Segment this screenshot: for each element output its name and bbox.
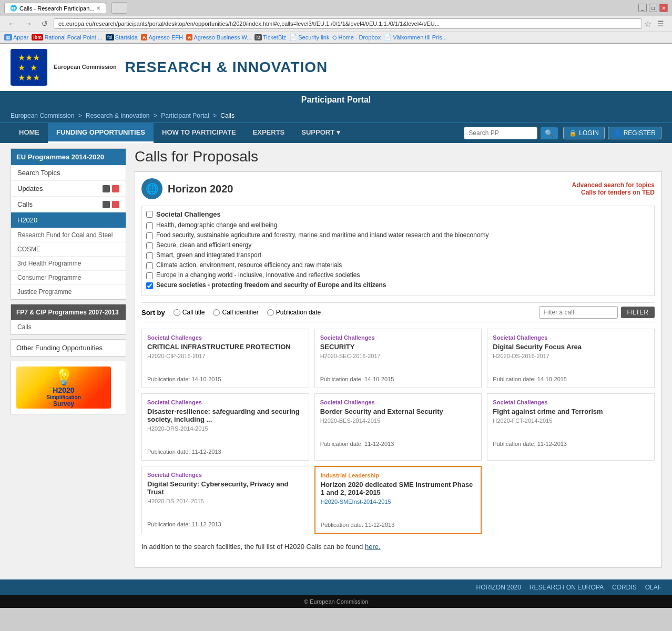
footer-link-horizon[interactable]: HORIZON 2020 — [476, 584, 521, 591]
call-card-2[interactable]: Societal Challenges Digital Security Foc… — [487, 329, 655, 388]
sidebar-item-h2020[interactable]: H2020 — [11, 212, 126, 228]
back-btn[interactable]: ← — [4, 18, 19, 29]
site-subtitle: Participant Portal — [0, 91, 672, 109]
bookmark-star[interactable]: ☆ — [644, 19, 651, 29]
footer-link-olaf[interactable]: OLAF — [645, 584, 661, 591]
footer-link-research[interactable]: RESEARCH ON EUROPA — [530, 584, 604, 591]
call-card-4[interactable]: Societal Challenges Border Security and … — [314, 393, 482, 461]
sidebar-item-search-topics[interactable]: Search Topics — [11, 165, 126, 181]
card-1-id: H2020-SEC-2016-2017 — [320, 353, 476, 359]
card-6-title: Digital Security: Cybersecurity, Privacy… — [147, 480, 303, 496]
sidebar-sub-cosme[interactable]: COSME — [11, 242, 126, 257]
bookmark-agresso2[interactable]: A Agresso Business W... — [186, 34, 252, 40]
forward-btn[interactable]: → — [21, 18, 36, 29]
call-card-6[interactable]: Societal Challenges Digital Security: Cy… — [141, 466, 309, 534]
calls-tenders-link[interactable]: Calls for tenders on TED — [581, 189, 655, 196]
checkbox-energy-input[interactable] — [146, 242, 153, 249]
societal-challenges-checkbox[interactable] — [146, 211, 153, 218]
address-bar[interactable] — [54, 18, 642, 29]
checkbox-climate-input[interactable] — [146, 262, 153, 269]
call-card-7[interactable]: Industrial Leadership Horizon 2020 dedic… — [314, 466, 482, 534]
societal-challenges-title: Societal Challenges — [146, 210, 650, 218]
tab-close-btn[interactable]: ✕ — [96, 5, 100, 11]
reload-btn[interactable]: ↺ — [38, 18, 52, 29]
sort-pub-date[interactable]: Publication date — [267, 309, 321, 316]
breadcrumb-current: Calls — [220, 112, 235, 119]
new-tab-btn[interactable] — [111, 2, 127, 14]
nav-support[interactable]: SUPPORT ▾ — [293, 123, 348, 143]
close-btn[interactable]: ✕ — [659, 4, 668, 12]
advanced-search-link[interactable]: Advanced search for topics — [572, 181, 655, 189]
footer-note: In addition to the search facilities, th… — [141, 543, 655, 551]
maximize-btn[interactable]: □ — [649, 4, 657, 12]
checkbox-food-input[interactable] — [146, 232, 153, 239]
site-title: RESEARCH & INNOVATION — [125, 59, 328, 76]
checkbox-secure: Secure societies - protecting freedom an… — [146, 281, 650, 289]
sort-call-id-radio[interactable] — [213, 309, 220, 316]
filter-input[interactable] — [539, 306, 618, 319]
checkbox-europe-input[interactable] — [146, 272, 153, 279]
survey-image[interactable]: 💡 H2020 Simplification Survey — [16, 367, 111, 409]
register-btn[interactable]: 👤 REGISTER — [608, 127, 661, 139]
nav-search-input[interactable] — [464, 127, 537, 139]
nav-search-btn[interactable]: 🔍 — [541, 127, 558, 139]
bookmark-ticketbiz[interactable]: M TicketBiz — [254, 34, 286, 40]
sidebar-item-updates[interactable]: Updates — [11, 181, 126, 197]
sidebar-sub-health[interactable]: 3rd Health Programme — [11, 257, 126, 271]
sidebar-sub-consumer[interactable]: Consumer Programme — [11, 271, 126, 285]
call-card-5[interactable]: Societal Challenges Fight against crime … — [487, 393, 655, 461]
horizon-title: Horizon 2020 — [168, 183, 233, 195]
breadcrumb-link-3[interactable]: Participant Portal — [161, 112, 209, 119]
copyright-bar: © European Commission — [0, 595, 672, 608]
bookmark-pris[interactable]: 📄 Välkommen till Pris... — [384, 34, 447, 41]
survey-banner: 💡 H2020 Simplification Survey — [11, 361, 126, 414]
breadcrumb-link-1[interactable]: European Commission — [11, 112, 74, 119]
main-nav: HOME FUNDING OPPORTUNITIES HOW TO PARTIC… — [0, 123, 672, 143]
nav-home[interactable]: HOME — [11, 123, 48, 143]
checkbox-food: Food security, sustainable agriculture a… — [146, 231, 650, 239]
eu-programmes-title: EU Programmes 2014-2020 — [11, 149, 126, 165]
footer-link-cordis[interactable]: CORDIS — [612, 584, 637, 591]
checkbox-secure-input[interactable] — [146, 282, 153, 289]
card-2-category: Societal Challenges — [493, 334, 649, 341]
checkbox-transport-input[interactable] — [146, 252, 153, 259]
bookmark-rational[interactable]: ibm Rational Focal Point ... — [32, 34, 103, 40]
sidebar-sub-justice[interactable]: Justice Programme — [11, 285, 126, 299]
card-2-title: Digital Security Focus Area — [493, 343, 649, 351]
sidebar-item-calls[interactable]: Calls — [11, 197, 126, 212]
call-card-1[interactable]: Societal Challenges SECURITY H2020-SEC-2… — [314, 329, 482, 388]
grid-icon-2 — [103, 201, 110, 208]
menu-btn[interactable]: ☰ — [654, 18, 668, 29]
card-4-id: H2020-BES-2014-2015 — [320, 418, 476, 424]
call-card-3[interactable]: Societal Challenges Disaster-resilience:… — [141, 393, 309, 461]
bookmark-agresso1[interactable]: A Agresso EFH — [141, 34, 183, 40]
sort-call-title[interactable]: Call title — [174, 309, 205, 316]
call-card-0[interactable]: Societal Challenges CRITICAL INFRASTRUCT… — [141, 329, 309, 388]
filter-btn[interactable]: FILTER — [621, 307, 655, 318]
browser-tab-active[interactable]: 🌐 Calls - Research Participan... ✕ — [4, 3, 106, 13]
bookmark-appar[interactable]: ▦ Appar — [4, 34, 28, 40]
footer-here-link[interactable]: here. — [365, 543, 381, 551]
login-btn[interactable]: 🔒 LOGIN — [563, 127, 604, 139]
sidebar-sub-coal[interactable]: Research Fund for Coal and Steel — [11, 228, 126, 242]
sidebar-fp7-calls[interactable]: Calls — [11, 320, 126, 334]
minimize-btn[interactable]: _ — [638, 4, 647, 12]
bookmark-dropbox[interactable]: ◇ Home - Dropbox — [332, 34, 381, 41]
bookmark-startsida[interactable]: foi Startsida — [106, 34, 138, 40]
nav-experts[interactable]: EXPERTS — [245, 123, 293, 143]
sort-call-id[interactable]: Call identifier — [213, 309, 258, 316]
person-icon: 👤 — [614, 129, 622, 137]
other-funding-btn[interactable]: Other Funding Opportunities — [11, 340, 126, 356]
auth-btns: 🔒 LOGIN 👤 REGISTER — [563, 127, 661, 139]
bookmark-security[interactable]: 📄 Security link — [289, 34, 329, 41]
updates-label: Updates — [17, 185, 43, 192]
checkbox-health: Health, demographic change and wellbeing — [146, 221, 650, 229]
sort-pub-date-radio[interactable] — [267, 309, 274, 316]
search-topics-label: Search Topics — [17, 169, 60, 177]
checkbox-health-input[interactable] — [146, 222, 153, 229]
nav-funding[interactable]: FUNDING OPPORTUNITIES — [48, 123, 154, 143]
breadcrumb-link-2[interactable]: Research & Innovation — [86, 112, 149, 119]
fp7-section: FP7 & CIP Programmes 2007-2013 Calls — [11, 304, 126, 335]
nav-how[interactable]: HOW TO PARTICIPATE — [154, 123, 245, 143]
sort-call-title-radio[interactable] — [174, 309, 180, 316]
